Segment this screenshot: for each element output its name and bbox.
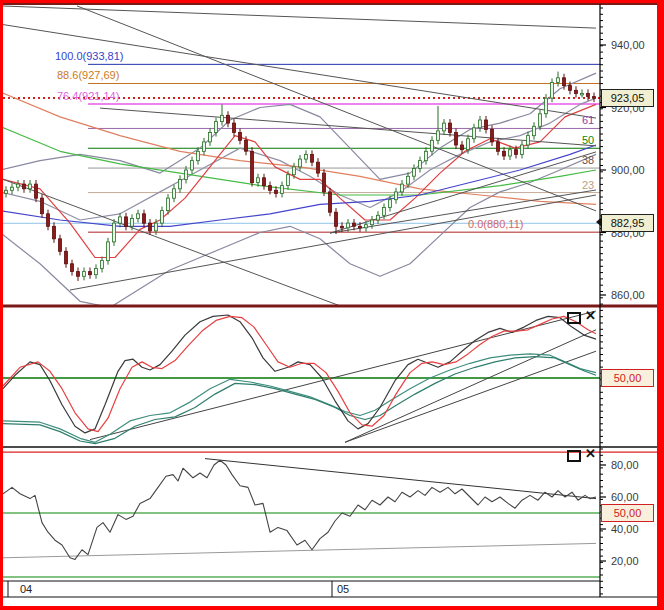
candle-body xyxy=(581,93,584,95)
candle-body xyxy=(167,198,170,211)
tl-d xyxy=(70,195,596,290)
candle-body xyxy=(383,208,386,216)
stochastic-panel-buttons: ✕ xyxy=(567,310,596,324)
trading-chart-window: 100.0(933,81) 88.6(927,69) 76.4(921,14) … xyxy=(0,0,664,610)
stochastic-level-tag: 50,00 xyxy=(601,369,654,387)
candle-body xyxy=(449,123,452,132)
window-border-bottom xyxy=(0,606,664,610)
last-price-value: 923,05 xyxy=(611,92,645,104)
candle-body xyxy=(299,159,302,167)
fib-label-88-6: 88.6(927,69) xyxy=(57,69,119,81)
candle-body xyxy=(371,220,374,225)
candle-body xyxy=(5,190,8,193)
candle-body xyxy=(269,186,272,191)
tl-c xyxy=(0,178,340,306)
candle-body xyxy=(323,173,326,192)
rsi-level-value: 50,00 xyxy=(614,507,642,519)
maximize-icon[interactable] xyxy=(567,312,581,324)
tl-h xyxy=(77,6,596,211)
price-axis-label: 940,00 xyxy=(611,39,645,51)
candle-body xyxy=(125,217,128,226)
x-axis-month-05: 05 xyxy=(337,583,349,595)
candle-body xyxy=(59,239,62,252)
rsi-axis-label: 60,00 xyxy=(611,491,639,503)
candle-body xyxy=(335,212,338,226)
candle-body xyxy=(533,126,536,135)
candle-body xyxy=(287,175,290,186)
candle-body xyxy=(527,136,530,145)
candle-body xyxy=(329,192,332,212)
stochastic-level-value: 50,00 xyxy=(614,372,642,384)
candle-body xyxy=(173,189,176,198)
candle-body xyxy=(53,226,56,239)
candle-body xyxy=(41,198,44,214)
ma-gray-mid xyxy=(0,98,596,220)
candle-body xyxy=(395,192,398,200)
candle-body xyxy=(137,214,140,219)
candle-body xyxy=(293,167,296,175)
tl-f xyxy=(330,190,596,233)
fib-label-0-0: 0.0(880,11) xyxy=(468,218,523,230)
fib-right-label: 61 xyxy=(582,114,594,126)
candle-body xyxy=(431,140,434,151)
candle-body xyxy=(341,226,344,228)
candle-body xyxy=(473,128,476,139)
rsi-panel-buttons: ✕ xyxy=(567,448,596,462)
rsi-axis-label: 80,00 xyxy=(611,459,639,471)
candle-body xyxy=(353,223,356,226)
candle-body xyxy=(161,211,164,224)
ma-green xyxy=(0,126,596,195)
candle-body xyxy=(119,217,122,223)
candle-body xyxy=(191,161,194,170)
candle-body xyxy=(263,178,266,186)
candle-body xyxy=(467,139,470,150)
candle-body xyxy=(389,200,392,208)
candle-body xyxy=(245,140,248,151)
candle-body xyxy=(17,184,20,187)
candle-body xyxy=(89,272,92,275)
candle-body xyxy=(155,223,158,231)
candle-body xyxy=(317,162,320,173)
candle-body xyxy=(479,120,482,128)
window-border-top xyxy=(0,0,664,3)
secondary-price-value: 882,95 xyxy=(611,217,645,229)
price-axis-label: 900,00 xyxy=(611,164,645,176)
candle-body xyxy=(569,86,572,91)
candle-body xyxy=(203,142,206,151)
price-arrow-icon xyxy=(596,217,602,227)
candle-body xyxy=(545,98,548,114)
secondary-price-tag: 882,95 xyxy=(601,214,654,232)
candle-body xyxy=(461,145,464,150)
candle-body xyxy=(359,226,362,228)
close-icon[interactable]: ✕ xyxy=(585,448,596,462)
candle-body xyxy=(377,215,380,220)
window-border-left xyxy=(0,0,3,610)
price-axis-label: 860,00 xyxy=(611,289,645,301)
stl-2 xyxy=(345,330,596,443)
candle-body xyxy=(503,151,506,156)
candle-body xyxy=(305,154,308,159)
candle-body xyxy=(419,161,422,169)
tl-g xyxy=(100,108,596,146)
candle-body xyxy=(113,223,116,242)
candle-body xyxy=(443,123,446,131)
fib-right-label: 50 xyxy=(582,134,594,146)
candle-body xyxy=(209,133,212,142)
candle-body xyxy=(221,115,224,121)
candle-body xyxy=(239,133,242,141)
candle-body xyxy=(47,214,50,227)
candle-body xyxy=(557,78,560,83)
candle-body xyxy=(65,251,68,263)
candle-body xyxy=(179,179,182,188)
maximize-icon[interactable] xyxy=(567,450,581,462)
candle-body xyxy=(281,186,284,194)
candle-body xyxy=(491,129,494,142)
candle-body xyxy=(365,225,368,228)
close-icon[interactable]: ✕ xyxy=(585,310,596,324)
rsi-panel xyxy=(3,459,600,577)
candle-body xyxy=(593,97,596,99)
candle-body xyxy=(83,272,86,277)
candle-body xyxy=(437,131,440,140)
candle-body xyxy=(149,223,152,231)
stoch-black xyxy=(3,315,596,433)
